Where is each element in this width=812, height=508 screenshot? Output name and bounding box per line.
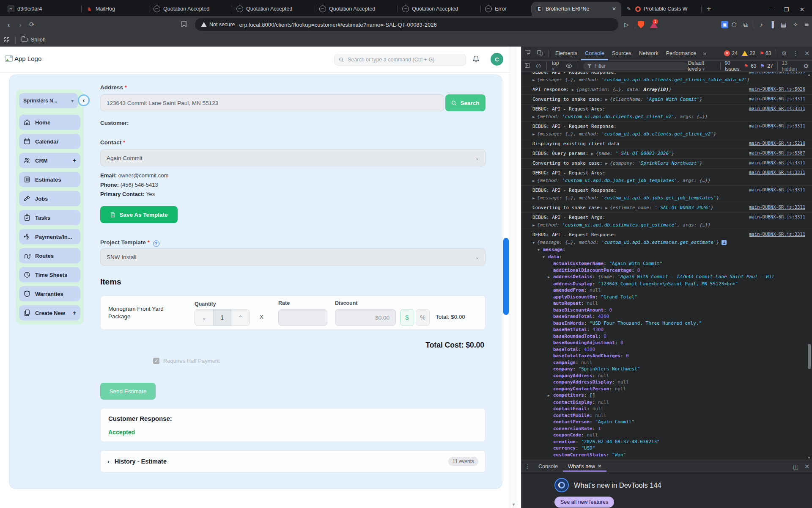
url-text[interactable]: erp.local:8000/clients?lookup=customer#/…: [239, 22, 437, 28]
console-row-12[interactable]: DEBUG: API - Request Response:▼ {message…: [521, 230, 812, 459]
quantity-stepper[interactable]: ⌄ 1 ⌃: [195, 309, 250, 326]
more-tabs-icon[interactable]: »: [703, 50, 706, 57]
source-link[interactable]: main-DUBNX-6R.js:3311: [749, 214, 805, 219]
sidebar-item-tasks[interactable]: Tasks: [19, 210, 80, 225]
quantity-value[interactable]: 1: [213, 309, 231, 326]
save-as-template-button[interactable]: Save As Template: [100, 206, 178, 223]
sidebar-item-warranties[interactable]: Warranties: [19, 286, 80, 301]
close-icon[interactable]: ✕: [598, 464, 601, 469]
window-close-icon[interactable]: ✕: [800, 6, 804, 13]
sidebar-item-time-sheets[interactable]: Time Sheets: [19, 267, 80, 282]
address-bar[interactable]: Not secure erp.local:8000/clients?lookup…: [195, 18, 618, 31]
issues-summary[interactable]: 90 Issues: ⚑63 ⚑27: [724, 60, 773, 72]
console-sidebar-icon[interactable]: [524, 63, 530, 69]
half-payment-checkbox[interactable]: ✓: [153, 358, 159, 364]
console-row-5[interactable]: Displaying existing client datamain-DUBN…: [521, 139, 812, 149]
warning-count-icon[interactable]: [742, 51, 748, 56]
console-row-11[interactable]: DEBUG: API - Request Args:▶ {method: 'cu…: [521, 213, 812, 230]
inner-scrollbar-thumb[interactable]: [503, 238, 509, 315]
sidebar-item-home[interactable]: Home: [19, 115, 80, 130]
devtools-tab-elements[interactable]: Elements: [551, 47, 581, 60]
console-row-9[interactable]: DEBUG: API - Request Response:▶ {message…: [521, 186, 812, 203]
devtools-tab-console[interactable]: Console: [581, 47, 608, 60]
console-settings-gear-icon[interactable]: ⚙: [803, 63, 809, 69]
console-row-2[interactable]: Converting to snake case: ▶ {clientName:…: [521, 95, 812, 105]
console-row-6[interactable]: DEBUG: Query params: ▶ {name: '-SAL-QT-0…: [521, 149, 812, 159]
source-link[interactable]: main-DUBNX-6R.js:3311: [749, 106, 805, 111]
discount-dollar-button[interactable]: $: [400, 309, 414, 326]
reload-button[interactable]: ⟳: [26, 21, 38, 28]
apps-grid-icon[interactable]: [4, 37, 9, 42]
see-all-features-button[interactable]: See all new features: [554, 497, 614, 508]
discount-input[interactable]: $0.00: [335, 309, 396, 326]
issues-flag-icon[interactable]: ⚑: [760, 50, 764, 56]
browser-tab-2[interactable]: Quotation Accepted: [149, 2, 232, 16]
devtools-tab-network[interactable]: Network: [635, 47, 662, 60]
history-card[interactable]: › History - Estimate 11 events: [100, 450, 486, 472]
sidebar-item-estimates[interactable]: Estimates: [19, 172, 80, 187]
source-link[interactable]: main-DUBNX-6R.js:3311: [749, 187, 805, 192]
source-link[interactable]: main-DUBNX-6R.js:3311: [749, 72, 805, 74]
console-scroll-thumb[interactable]: [808, 344, 811, 369]
address-search-button[interactable]: Search: [445, 94, 486, 111]
console-row-4[interactable]: DEBUG: API - Request Response:▶ {message…: [521, 122, 812, 139]
scroll-up-arrow[interactable]: ▲: [807, 73, 811, 77]
devtools-menu-kebab-icon[interactable]: ⋮: [793, 50, 798, 57]
inspect-element-icon[interactable]: [524, 50, 531, 57]
source-link[interactable]: main-DUBNX-6R.js:3311: [749, 204, 805, 210]
console-scrollbar[interactable]: ▲ ▼: [807, 73, 812, 460]
drawer-tab-console[interactable]: Console: [533, 461, 563, 472]
drawer-close-icon[interactable]: ✕: [804, 463, 809, 470]
devtools-tab-sources[interactable]: Sources: [608, 47, 635, 60]
tree-caret-icon[interactable]: ▼: [543, 254, 548, 261]
scroll-down-arrow[interactable]: ▼: [807, 456, 811, 460]
bookmark-icon[interactable]: [181, 21, 187, 28]
sidebar-collapse-button[interactable]: ‹: [78, 94, 90, 106]
page-scrollbar[interactable]: ▼: [510, 47, 517, 508]
window-minimize-icon[interactable]: –: [770, 6, 773, 13]
console-row-10[interactable]: Converting to snake case: ▶ {estimate_na…: [521, 203, 812, 213]
send-tab-icon[interactable]: ▷: [624, 21, 629, 28]
drawer-tab-whats-new[interactable]: What's new✕: [563, 461, 606, 472]
source-link[interactable]: main-DUBNX-6R.js:3311: [749, 123, 805, 128]
plus-icon[interactable]: +: [73, 157, 76, 164]
eye-icon[interactable]: [566, 63, 572, 69]
sidebar-item-payments-in[interactable]: Payments/In...: [19, 229, 80, 244]
address-input[interactable]: 123643 Commit Lane Saint Paul, MN 55123: [100, 94, 444, 111]
wallet-icon[interactable]: ▤: [781, 21, 786, 28]
help-icon[interactable]: ?: [153, 240, 159, 247]
source-link[interactable]: main-DUBNX-6R.js:3311: [749, 170, 805, 175]
scroll-down-arrow[interactable]: ▼: [512, 502, 516, 507]
browser-tab-7[interactable]: EBrotherton ERPNe✕: [532, 2, 621, 16]
sidebar-item-calendar[interactable]: Calendar: [19, 134, 80, 149]
company-selector[interactable]: Sprinklers N...▾: [19, 93, 78, 108]
browser-tab-1[interactable]: ♞MailHog: [82, 2, 149, 16]
user-avatar[interactable]: C: [491, 53, 503, 66]
new-tab-button[interactable]: +: [707, 5, 711, 14]
rate-input[interactable]: [278, 309, 327, 326]
devtools-settings-gear-icon[interactable]: ⚙: [782, 50, 787, 57]
console-filter-input[interactable]: Filter: [583, 62, 688, 70]
quantity-decrease-icon[interactable]: ⌄: [195, 309, 213, 326]
global-search-input[interactable]: Search or type a command (Ctrl + G): [334, 54, 466, 66]
console-row-1[interactable]: API response: ▶ {pagination: {…}, data: …: [521, 85, 812, 95]
not-secure-chip[interactable]: Not secure: [201, 22, 235, 28]
extensions-puzzle-icon[interactable]: ⬡: [732, 21, 737, 28]
sidebar-item-crm[interactable]: CRM+: [19, 153, 80, 168]
tab-close-icon[interactable]: ✕: [611, 6, 617, 12]
media-icon[interactable]: ♪: [760, 21, 763, 28]
source-link[interactable]: main-DUBNX-6R.js:5026: [749, 86, 805, 91]
bookmark-folder-shiloh[interactable]: Shiloh: [31, 37, 46, 43]
browser-tab-4[interactable]: Quotation Accepted: [315, 2, 398, 16]
console-row-7[interactable]: Converting to snake case: ▶ {company: 'S…: [521, 159, 812, 168]
quantity-increase-icon[interactable]: ⌃: [231, 309, 250, 326]
clear-console-icon[interactable]: ∅: [536, 63, 541, 69]
devtools-tab-performance[interactable]: Performance: [662, 47, 700, 60]
context-selector[interactable]: top ▾: [552, 60, 561, 72]
sidebar-item-routes[interactable]: Routes: [19, 248, 80, 263]
sidebar-item-jobs[interactable]: Jobs: [19, 191, 80, 206]
contact-select[interactable]: Again Commit⌄: [100, 149, 486, 166]
browser-tab-5[interactable]: Quotation Accepted: [398, 2, 481, 16]
tree-caret-icon[interactable]: ▶: [548, 392, 553, 399]
sidebar-icon[interactable]: ▐: [770, 21, 774, 28]
